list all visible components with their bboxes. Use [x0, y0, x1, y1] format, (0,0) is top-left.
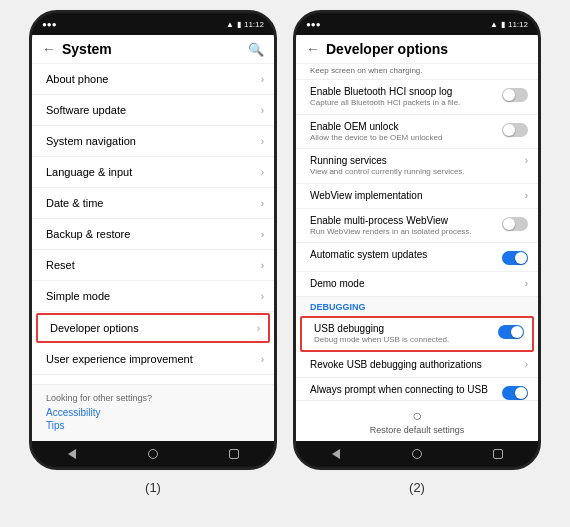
phone2-back-button[interactable]: ←: [306, 41, 320, 57]
phone1-nav-back[interactable]: [62, 444, 82, 464]
phone2-top-bar-left: ← Developer options: [306, 41, 448, 57]
phone1-wifi-icon: ▲: [226, 20, 234, 29]
phone1-wrapper: ●●● ▲ ▮ 11:12 ← System 🔍 A: [29, 10, 277, 495]
phone2-setting-item-1[interactable]: Enable OEM unlockAllow the device to be …: [296, 115, 538, 150]
phone1-tips-link[interactable]: Tips: [46, 420, 260, 431]
phone1-menu-item-label-6: Reset: [46, 259, 75, 271]
phone2-setting-text-6: Demo mode: [310, 278, 517, 290]
phone1-caption: (1): [145, 480, 161, 495]
phone1-menu-item-7[interactable]: Simple mode›: [32, 281, 274, 312]
phone2: ●●● ▲ ▮ 11:12 ← Developer options Keep s…: [293, 10, 541, 470]
phone2-debug-item-2[interactable]: Always prompt when connecting to USB: [296, 378, 538, 400]
phone1-menu-item-4[interactable]: Date & time›: [32, 188, 274, 219]
phone2-notch-right: ▲ ▮ 11:12: [490, 20, 528, 29]
phone1-menu-item-label-1: Software update: [46, 104, 126, 116]
phone2-debug-text-0: USB debuggingDebug mode when USB is conn…: [314, 323, 490, 345]
phone2-setting-text-1: Enable OEM unlockAllow the device to be …: [310, 121, 494, 143]
phone2-debug-desc-0: Debug mode when USB is connected.: [314, 335, 490, 345]
phone1-menu-item-1[interactable]: Software update›: [32, 95, 274, 126]
phone2-notch-cutout: [387, 13, 447, 29]
phone1-menu-list: About phone›Software update›System navig…: [32, 64, 274, 384]
phone1-menu-item-9[interactable]: User experience improvement›: [32, 344, 274, 375]
phone2-nav-back[interactable]: [326, 444, 346, 464]
phone2-setting-desc-4: Run WebView renders in an isolated proce…: [310, 227, 494, 237]
phone1-menu-item-0[interactable]: About phone›: [32, 64, 274, 95]
phone1-chevron-2: ›: [261, 136, 264, 147]
phone2-setting-item-3[interactable]: WebView implementation›: [296, 184, 538, 209]
phone1-menu-item-3[interactable]: Language & input›: [32, 157, 274, 188]
phone1-notch-cutout: [123, 13, 183, 29]
phone2-nav-recents[interactable]: [488, 444, 508, 464]
phone2-debug-text-2: Always prompt when connecting to USB: [310, 384, 494, 396]
phone1-footer: Looking for other settings? Accessibilit…: [32, 384, 274, 441]
phone2-setting-item-4[interactable]: Enable multi-process WebViewRun WebView …: [296, 209, 538, 244]
phone2-wrapper: ●●● ▲ ▮ 11:12 ← Developer options Keep s…: [293, 10, 541, 495]
phone2-settings-list: Enable Bluetooth HCI snoop logCapture al…: [296, 80, 538, 400]
phone1-notch: ●●● ▲ ▮ 11:12: [32, 13, 274, 35]
phone2-setting-text-0: Enable Bluetooth HCI snoop logCapture al…: [310, 86, 494, 108]
phone2-screen: ← Developer options Keep screen on when …: [296, 35, 538, 441]
phone1-search-icon[interactable]: 🔍: [248, 42, 264, 57]
phone2-toggle-1[interactable]: [502, 123, 528, 137]
phone2-debug-item-0[interactable]: USB debuggingDebug mode when USB is conn…: [300, 316, 534, 352]
phone2-setting-desc-2: View and control currently running servi…: [310, 167, 517, 177]
phone1-chevron-9: ›: [261, 354, 264, 365]
phone1-back-button[interactable]: ←: [42, 41, 56, 57]
phone1-chevron-3: ›: [261, 167, 264, 178]
phone1-menu-item-10[interactable]: Certification logos›: [32, 375, 274, 384]
phone2-debug-item-1[interactable]: Revoke USB debugging authorizations›: [296, 353, 538, 378]
phone1-top-bar: ← System 🔍: [32, 35, 274, 64]
phone2-debug-toggle-2[interactable]: [502, 386, 528, 400]
phone1-menu-item-6[interactable]: Reset›: [32, 250, 274, 281]
phone1-chevron-8: ›: [257, 323, 260, 334]
phone2-setting-title-0: Enable Bluetooth HCI snoop log: [310, 86, 494, 97]
phone2-subtitle: Keep screen on when charging.: [296, 64, 538, 80]
phone2-restore-footer: ○ Restore default settings: [296, 400, 538, 441]
phone2-nav: [296, 441, 538, 467]
phone2-battery-icon: ▮: [501, 20, 505, 29]
phone2-notch: ●●● ▲ ▮ 11:12: [296, 13, 538, 35]
phone2-chevron-2: ›: [525, 155, 528, 166]
phone2-setting-item-5[interactable]: Automatic system updates: [296, 243, 538, 272]
phone1-nav-recents[interactable]: [224, 444, 244, 464]
phone2-setting-text-5: Automatic system updates: [310, 249, 494, 261]
phone2-setting-desc-0: Capture all Bluetooth HCI packets in a f…: [310, 98, 494, 108]
phone2-toggle-0[interactable]: [502, 88, 528, 102]
phone1-menu-item-label-8: Developer options: [50, 322, 139, 334]
phone2-setting-title-3: WebView implementation: [310, 190, 517, 201]
phone1-chevron-7: ›: [261, 291, 264, 302]
phone2-restore-label[interactable]: Restore default settings: [370, 425, 465, 435]
phone2-setting-item-0[interactable]: Enable Bluetooth HCI snoop logCapture al…: [296, 80, 538, 115]
phone1-chevron-5: ›: [261, 229, 264, 240]
phone1-menu-item-5[interactable]: Backup & restore›: [32, 219, 274, 250]
phone2-debug-title-1: Revoke USB debugging authorizations: [310, 359, 517, 370]
phone2-setting-item-2[interactable]: Running servicesView and control current…: [296, 149, 538, 184]
phone2-debug-toggle-0[interactable]: [498, 325, 524, 339]
phone1-accessibility-link[interactable]: Accessibility: [46, 407, 260, 418]
phone1-menu-item-label-0: About phone: [46, 73, 108, 85]
phone1-time: 11:12: [244, 20, 264, 29]
phone1-screen: ← System 🔍 About phone›Software update›S…: [32, 35, 274, 441]
phone2-setting-title-4: Enable multi-process WebView: [310, 215, 494, 226]
phone2-setting-text-3: WebView implementation: [310, 190, 517, 202]
phone2-nav-home[interactable]: [407, 444, 427, 464]
phone2-debug-chevron-1: ›: [525, 359, 528, 370]
phone2-setting-text-2: Running servicesView and control current…: [310, 155, 517, 177]
phone1-nav-home[interactable]: [143, 444, 163, 464]
phone2-top-bar: ← Developer options: [296, 35, 538, 64]
phone2-setting-title-2: Running services: [310, 155, 517, 166]
phone1-menu-item-label-3: Language & input: [46, 166, 132, 178]
phone2-chevron-6: ›: [525, 278, 528, 289]
phone2-toggle-4[interactable]: [502, 217, 528, 231]
phone2-setting-text-4: Enable multi-process WebViewRun WebView …: [310, 215, 494, 237]
phone2-debug-title-0: USB debugging: [314, 323, 490, 334]
phone2-notch-signal: ●●●: [306, 20, 321, 29]
phone1-chevron-4: ›: [261, 198, 264, 209]
phone1-menu-item-8[interactable]: Developer options›: [36, 313, 270, 343]
phone1-nav: [32, 441, 274, 467]
phone2-setting-item-6[interactable]: Demo mode›: [296, 272, 538, 297]
phone2-toggle-5[interactable]: [502, 251, 528, 265]
phone1-menu-item-2[interactable]: System navigation›: [32, 126, 274, 157]
phone2-chevron-3: ›: [525, 190, 528, 201]
phone1-menu-item-label-4: Date & time: [46, 197, 103, 209]
